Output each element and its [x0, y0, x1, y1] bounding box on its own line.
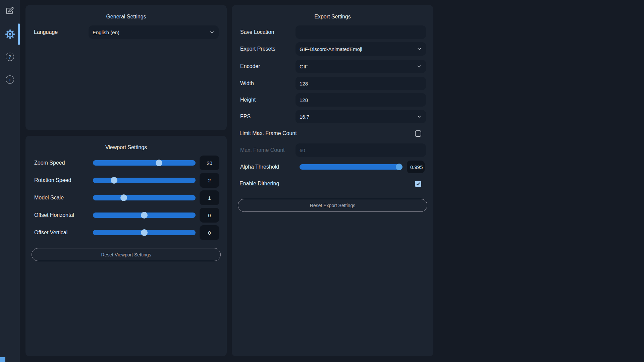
- width-input[interactable]: 128: [296, 77, 426, 90]
- sidebar-item-about[interactable]: i: [0, 75, 20, 84]
- question-icon: ?: [6, 53, 14, 61]
- model-scale-row: Model Scale 1: [25, 190, 227, 205]
- offset-horizontal-row: Offset Horizontal 0: [25, 208, 227, 223]
- limit-max-frame-count-checkbox[interactable]: [415, 130, 421, 137]
- fps-select[interactable]: 16.7: [296, 110, 426, 123]
- save-location-row: Save Location: [232, 25, 433, 39]
- sidebar-item-edit[interactable]: [0, 6, 20, 16]
- corner-accent: [0, 357, 5, 362]
- offset-horizontal-value: 0: [200, 208, 219, 223]
- export-presets-select[interactable]: GIF-Discord-AnimatedEmoji: [296, 42, 426, 56]
- active-tab-indicator: [18, 23, 20, 45]
- zoom-speed-label: Zoom Speed: [34, 160, 65, 166]
- encoder-row: Encoder GIF: [232, 60, 433, 73]
- save-location-label: Save Location: [240, 29, 274, 35]
- alpha-threshold-row: Alpha Threshold 0.995: [232, 160, 433, 174]
- model-scale-label: Model Scale: [34, 195, 64, 201]
- reset-export-settings-button[interactable]: Reset Export Settings: [238, 199, 427, 212]
- alpha-threshold-label: Alpha Threshold: [240, 164, 279, 170]
- language-label: Language: [34, 29, 58, 35]
- chevron-down-icon: [209, 29, 215, 36]
- sidebar: ? i: [0, 0, 20, 362]
- max-frame-count-value: 60: [300, 147, 305, 153]
- chevron-down-icon: [417, 64, 422, 70]
- check-icon: [416, 181, 421, 186]
- height-row: Height 128: [232, 93, 433, 107]
- zoom-speed-row: Zoom Speed 20: [25, 156, 227, 170]
- gear-icon: [5, 29, 15, 41]
- limit-max-frame-count-row: Limit Max. Frame Count: [232, 127, 433, 140]
- offset-horizontal-label: Offset Horizontal: [34, 212, 74, 218]
- general-settings-title: General Settings: [25, 14, 227, 20]
- general-settings-panel: General Settings Language English (en): [25, 5, 227, 130]
- viewport-settings-panel: Viewport Settings Zoom Speed 20 Rotation…: [25, 136, 227, 356]
- rotation-speed-label: Rotation Speed: [34, 177, 71, 183]
- alpha-threshold-slider[interactable]: [300, 164, 402, 170]
- height-value: 128: [300, 97, 308, 103]
- slider-thumb[interactable]: [141, 229, 148, 236]
- max-frame-count-row: Max. Frame Count 60: [232, 143, 433, 157]
- model-scale-slider[interactable]: [93, 195, 196, 200]
- offset-horizontal-slider[interactable]: [93, 213, 196, 218]
- alpha-threshold-value: 0.995: [407, 161, 425, 173]
- pencil-square-icon: [5, 6, 14, 16]
- offset-vertical-value: 0: [200, 225, 219, 240]
- language-row: Language English (en): [25, 25, 227, 39]
- export-presets-label: Export Presets: [240, 46, 275, 52]
- fps-value: 16.7: [300, 114, 309, 120]
- language-value: English (en): [93, 29, 119, 35]
- encoder-label: Encoder: [240, 63, 260, 69]
- offset-vertical-label: Offset Vertical: [34, 230, 67, 236]
- encoder-select[interactable]: GIF: [296, 60, 426, 73]
- rotation-speed-value: 2: [200, 173, 219, 188]
- encoder-value: GIF: [300, 64, 308, 69]
- rotation-speed-row: Rotation Speed 2: [25, 173, 227, 188]
- save-location-input[interactable]: [296, 25, 426, 39]
- slider-thumb[interactable]: [396, 164, 402, 170]
- info-icon: i: [6, 75, 14, 84]
- slider-thumb[interactable]: [120, 194, 127, 201]
- chevron-down-icon: [417, 46, 422, 53]
- enable-dithering-row: Enable Dithering: [232, 177, 433, 190]
- height-label: Height: [240, 97, 256, 103]
- export-presets-value: GIF-Discord-AnimatedEmoji: [300, 46, 362, 52]
- width-label: Width: [240, 80, 254, 86]
- offset-vertical-slider[interactable]: [93, 230, 196, 235]
- fps-label: FPS: [240, 114, 251, 120]
- export-settings-title: Export Settings: [232, 14, 433, 20]
- export-presets-row: Export Presets GIF-Discord-AnimatedEmoji: [232, 42, 433, 56]
- export-settings-panel: Export Settings Save Location Export Pre…: [232, 5, 433, 356]
- reset-viewport-settings-button[interactable]: Reset Viewport Settings: [32, 248, 221, 261]
- slider-thumb[interactable]: [141, 212, 148, 219]
- enable-dithering-checkbox[interactable]: [415, 181, 421, 187]
- fps-row: FPS 16.7: [232, 110, 433, 123]
- width-row: Width 128: [232, 77, 433, 90]
- height-input[interactable]: 128: [296, 93, 426, 107]
- width-value: 128: [300, 81, 308, 86]
- viewport-settings-title: Viewport Settings: [25, 144, 227, 150]
- offset-vertical-row: Offset Vertical 0: [25, 225, 227, 240]
- language-select[interactable]: English (en): [89, 25, 219, 39]
- zoom-speed-slider[interactable]: [93, 160, 196, 166]
- rotation-speed-slider[interactable]: [93, 178, 196, 183]
- sidebar-item-help[interactable]: ?: [0, 53, 20, 61]
- slider-thumb[interactable]: [111, 177, 117, 184]
- max-frame-count-label: Max. Frame Count: [240, 147, 284, 153]
- sidebar-item-settings[interactable]: [0, 29, 20, 41]
- limit-max-frame-count-label: Limit Max. Frame Count: [239, 130, 297, 136]
- chevron-down-icon: [417, 114, 422, 120]
- max-frame-count-input: 60: [296, 143, 426, 157]
- model-scale-value: 1: [200, 190, 219, 205]
- zoom-speed-value: 20: [200, 156, 219, 170]
- enable-dithering-label: Enable Dithering: [239, 181, 279, 187]
- slider-thumb[interactable]: [156, 160, 162, 166]
